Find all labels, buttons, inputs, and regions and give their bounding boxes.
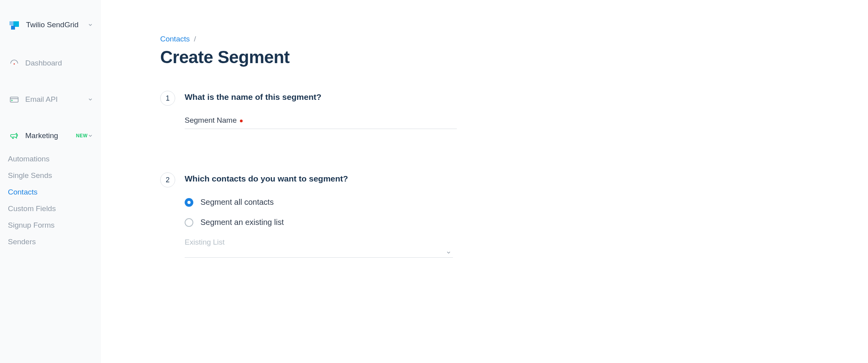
radio-segment-all[interactable]: Segment all contacts <box>185 198 844 207</box>
radio-button-icon <box>185 198 193 207</box>
nav-label: Email API <box>25 95 88 104</box>
segment-name-field[interactable]: Segment Name <box>185 116 457 129</box>
step-2: 2 Which contacts do you want to segment?… <box>160 172 844 258</box>
chevron-down-icon <box>88 22 93 28</box>
existing-list-select[interactable]: Existing List <box>185 238 453 258</box>
breadcrumb: Contacts / <box>160 35 844 43</box>
terminal-card-icon <box>9 95 19 104</box>
radio-segment-existing[interactable]: Segment an existing list <box>185 218 844 227</box>
radio-label-all: Segment all contacts <box>200 198 274 207</box>
subnav-single-sends[interactable]: Single Sends <box>8 167 101 184</box>
sendgrid-logo-icon <box>9 20 20 30</box>
sidebar-item-dashboard[interactable]: Dashboard <box>0 54 101 73</box>
sidebar: Twilio SendGrid Dashboard Email API <box>0 0 101 363</box>
nav-label: Dashboard <box>25 59 93 67</box>
svg-rect-1 <box>10 97 18 102</box>
required-indicator-icon <box>240 120 243 122</box>
svg-point-0 <box>14 64 15 65</box>
brand-switcher[interactable]: Twilio SendGrid <box>0 20 101 54</box>
new-badge: NEW <box>76 133 88 138</box>
breadcrumb-contacts-link[interactable]: Contacts <box>160 35 190 43</box>
sidebar-item-marketing[interactable]: Marketing NEW <box>0 126 101 145</box>
chevron-down-icon <box>88 97 93 102</box>
sidebar-item-email-api[interactable]: Email API <box>0 90 101 109</box>
brand-name: Twilio SendGrid <box>26 21 88 29</box>
main-content: Contacts / Create Segment 1 What is the … <box>101 0 868 363</box>
gauge-icon <box>9 58 19 68</box>
step-2-question: Which contacts do you want to segment? <box>185 174 844 183</box>
subnav-signup-forms[interactable]: Signup Forms <box>8 217 101 234</box>
chevron-down-icon <box>446 250 451 255</box>
subnav-contacts[interactable]: Contacts <box>8 184 101 200</box>
step-1-question: What is the name of this segment? <box>185 92 844 102</box>
radio-label-existing: Segment an existing list <box>200 218 284 227</box>
step-number-2: 2 <box>160 172 175 187</box>
marketing-subnav: Automations Single Sends Contacts Custom… <box>0 151 101 250</box>
step-1: 1 What is the name of this segment? Segm… <box>160 91 844 157</box>
existing-list-label: Existing List <box>185 238 453 247</box>
subnav-senders[interactable]: Senders <box>8 234 101 250</box>
chevron-down-icon <box>88 133 93 138</box>
page-title: Create Segment <box>160 47 844 67</box>
segment-name-label: Segment Name <box>185 116 237 124</box>
megaphone-icon <box>9 131 19 140</box>
radio-button-icon <box>185 218 193 227</box>
breadcrumb-sep: / <box>194 35 196 43</box>
subnav-automations[interactable]: Automations <box>8 151 101 167</box>
step-number-1: 1 <box>160 91 175 106</box>
nav-label: Marketing <box>25 131 73 140</box>
subnav-custom-fields[interactable]: Custom Fields <box>8 200 101 217</box>
